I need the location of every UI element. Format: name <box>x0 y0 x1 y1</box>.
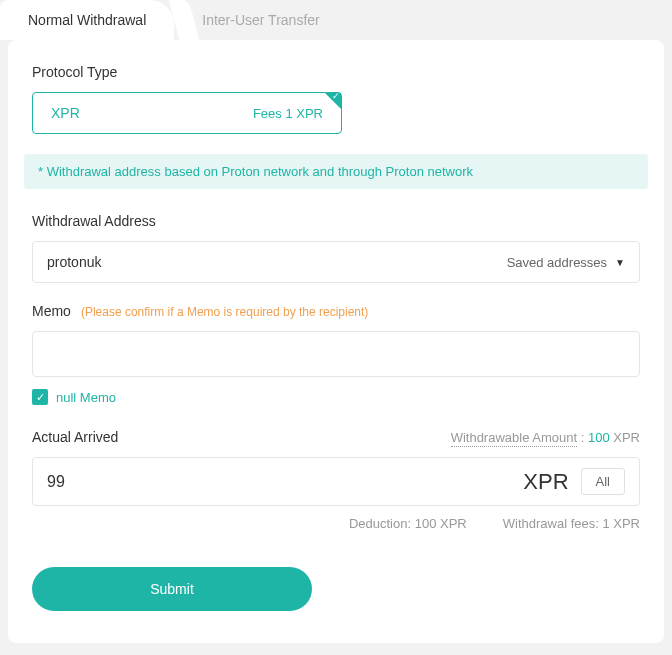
tab-normal-withdrawal[interactable]: Normal Withdrawal <box>0 0 174 40</box>
withdrawal-address-input[interactable] <box>47 254 507 270</box>
amount-currency: XPR <box>523 469 568 495</box>
withdrawable-value: 100 <box>588 430 610 445</box>
protocol-fee: Fees 1 XPR <box>253 106 323 121</box>
withdrawal-address-row: Saved addresses ▼ <box>32 241 640 283</box>
submit-button[interactable]: Submit <box>32 567 312 611</box>
protocol-name: XPR <box>51 105 80 121</box>
actual-arrived-label: Actual Arrived <box>32 429 118 445</box>
memo-input[interactable] <box>32 331 640 377</box>
null-memo-label: null Memo <box>56 390 116 405</box>
amount-input-row: XPR All <box>32 457 640 506</box>
saved-addresses-label: Saved addresses <box>507 255 607 270</box>
withdrawable-unit: XPR <box>613 430 640 445</box>
withdrawal-address-label: Withdrawal Address <box>32 213 640 229</box>
tab-inter-user-transfer[interactable]: Inter-User Transfer <box>174 0 347 40</box>
memo-label: Memo <box>32 303 71 319</box>
checkbox-icon: ✓ <box>32 389 48 405</box>
tabs-bar: Normal Withdrawal Inter-User Transfer <box>0 0 672 40</box>
tab-label: Normal Withdrawal <box>28 12 146 28</box>
amount-input[interactable] <box>47 473 511 491</box>
all-button[interactable]: All <box>581 468 625 495</box>
protocol-option-xpr[interactable]: XPR Fees 1 XPR ✓ <box>32 92 342 134</box>
network-notice: * Withdrawal address based on Proton net… <box>24 154 648 189</box>
memo-hint: (Please confirm if a Memo is required by… <box>81 305 368 319</box>
withdrawal-fees-text: Withdrawal fees: 1 XPR <box>503 516 640 531</box>
null-memo-checkbox-row[interactable]: ✓ null Memo <box>32 389 640 405</box>
fees-info: Deduction: 100 XPR Withdrawal fees: 1 XP… <box>32 516 640 531</box>
check-icon: ✓ <box>332 92 340 101</box>
chevron-down-icon[interactable]: ▼ <box>615 257 625 268</box>
tab-label: Inter-User Transfer <box>202 12 319 28</box>
saved-addresses-dropdown[interactable]: Saved addresses <box>507 255 607 270</box>
protocol-type-label: Protocol Type <box>32 64 640 80</box>
withdrawable-amount: Withdrawable Amount : 100 XPR <box>451 430 640 445</box>
deduction-text: Deduction: 100 XPR <box>349 516 467 531</box>
withdrawable-label: Withdrawable Amount <box>451 430 577 447</box>
withdrawal-form: Protocol Type XPR Fees 1 XPR ✓ * Withdra… <box>8 40 664 643</box>
